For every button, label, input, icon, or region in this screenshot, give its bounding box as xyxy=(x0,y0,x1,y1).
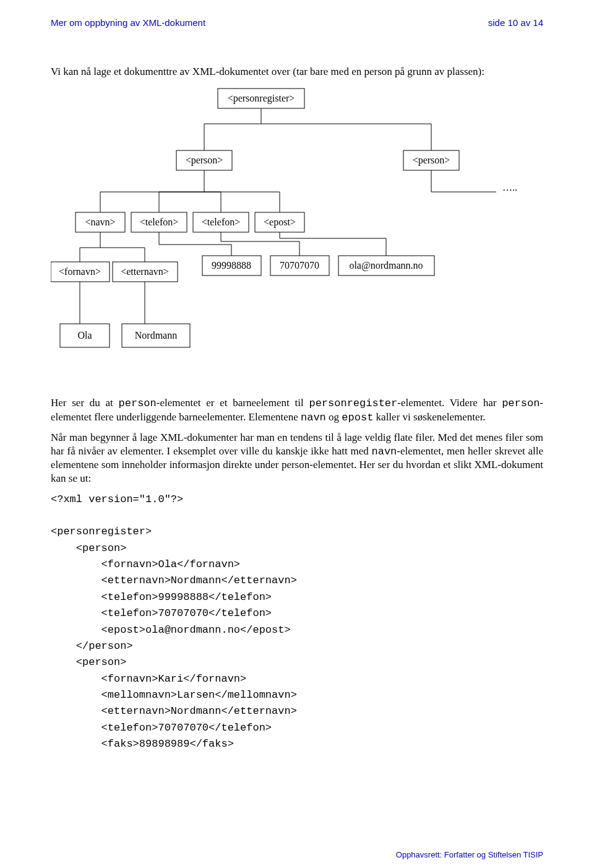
node-navn-label: <navn> xyxy=(85,217,115,227)
xml-code-block: <?xml version="1.0"?> <personregister> <… xyxy=(51,492,543,753)
page-header: Mer om oppbyning av XML-dokument side 10… xyxy=(51,17,543,28)
node-epostval: ola@nordmann.no xyxy=(338,256,434,276)
node-person1: <person> xyxy=(176,150,232,170)
code-navn: navn xyxy=(301,412,326,423)
node-navn: <navn> xyxy=(75,212,125,232)
node-telefon1-label: <telefon> xyxy=(140,217,178,227)
node-etterval: Nordmann xyxy=(122,324,190,347)
node-telefon1: <telefon> xyxy=(131,212,187,232)
code-navn-2: navn xyxy=(372,446,397,458)
node-personregister-label: <personregister> xyxy=(228,93,295,104)
node-telefon2: <telefon> xyxy=(193,212,249,232)
paragraph-2: Når man begynner å lage XML-dokumenter h… xyxy=(51,431,543,485)
code-person-1: person xyxy=(119,397,157,409)
node-tel1val-label: 99998888 xyxy=(212,260,251,271)
node-fornavn-label: <fornavn> xyxy=(59,266,101,277)
xml-tree-diagram: <personregister> <person> <person> ….. <… xyxy=(51,87,543,378)
node-tel2val-label: 70707070 xyxy=(280,260,319,271)
node-epost: <epost> xyxy=(255,212,304,232)
node-etternavn: <etternavn> xyxy=(113,262,178,282)
node-telefon2-label: <telefon> xyxy=(202,217,240,227)
header-right: side 10 av 14 xyxy=(488,17,543,28)
intro-text: Vi kan nå lage et dokumenttre av XML-dok… xyxy=(51,65,543,78)
code-personregister: personregister xyxy=(309,397,397,409)
header-left: Mer om oppbyning av XML-dokument xyxy=(51,17,205,28)
node-tel1val: 99998888 xyxy=(202,256,261,276)
node-person2: <person> xyxy=(403,150,459,170)
code-epost: epost xyxy=(342,412,373,423)
node-person1-label: <person> xyxy=(186,155,223,166)
ellipsis: ….. xyxy=(502,182,517,193)
page-footer: Opphavsrett: Forfatter og Stiftelsen TIS… xyxy=(396,850,543,859)
p1f: kaller vi søskenelementer. xyxy=(373,411,485,423)
p1a: Her ser du at xyxy=(51,397,119,409)
node-epost-label: <epost> xyxy=(264,217,296,228)
node-epostval-label: ola@nordmann.no xyxy=(349,260,423,271)
p1c: -elementet. Videre har xyxy=(397,397,502,409)
node-etternavn-label: <etternavn> xyxy=(121,266,169,277)
node-tel2val: 70707070 xyxy=(270,256,329,276)
node-fornval: Ola xyxy=(60,324,110,347)
p1e: og xyxy=(326,411,342,423)
node-fornavn: <fornavn> xyxy=(51,262,110,282)
p1b: -elementet er et barneelement til xyxy=(157,397,309,409)
node-fornval-label: Ola xyxy=(77,330,92,341)
node-etterval-label: Nordmann xyxy=(135,330,177,341)
code-person-2: person xyxy=(502,397,540,409)
paragraph-1: Her ser du at person-elementet er et bar… xyxy=(51,396,543,425)
node-personregister: <personregister> xyxy=(218,89,304,108)
node-person2-label: <person> xyxy=(413,155,450,166)
